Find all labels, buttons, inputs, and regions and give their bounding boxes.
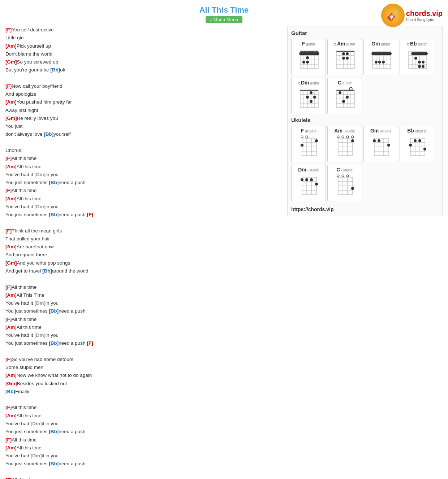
chord-C-guitar[interactable]: Cguitar bbox=[327, 78, 362, 114]
ukulele-section-title: Ukulele bbox=[291, 117, 439, 123]
lyrics-line: [Am]All this time bbox=[5, 444, 282, 452]
lyrics-line: You've had it [Dm]in you bbox=[5, 203, 282, 211]
guitar-chord-row-2: x Dmguitar bbox=[291, 78, 439, 114]
ukulele-chord-row-1: Fukulele bbox=[291, 126, 439, 162]
svg-point-30 bbox=[342, 52, 345, 55]
svg-point-162 bbox=[387, 144, 390, 147]
svg-point-128 bbox=[315, 139, 318, 142]
svg-point-127 bbox=[301, 144, 303, 147]
svg-point-193 bbox=[305, 178, 308, 181]
svg-point-146 bbox=[351, 139, 354, 142]
chord-Am-guitar[interactable]: x Amguitar bbox=[327, 39, 362, 75]
svg-point-72 bbox=[418, 65, 421, 68]
lyrics-line bbox=[5, 275, 282, 283]
lyrics-line bbox=[5, 74, 282, 82]
logo-area: 🎸 chords.vip Chord Song Lyric bbox=[381, 4, 443, 27]
page-title: All This Time bbox=[5, 5, 443, 15]
lyrics-line: [F]All this time bbox=[5, 476, 282, 479]
lyrics-line: You've had it [Dm]in you bbox=[5, 331, 282, 339]
lyrics-line: You just sometimes [Bb]need a push bbox=[5, 307, 282, 315]
lyrics-line: [F]All this time bbox=[5, 154, 282, 162]
chord-Gm-ukulele[interactable]: Gmukulele 1f bbox=[363, 126, 398, 162]
svg-point-177 bbox=[418, 139, 421, 142]
chord-F-ukulele[interactable]: Fukulele bbox=[291, 126, 326, 162]
svg-point-179 bbox=[423, 148, 426, 151]
svg-point-32 bbox=[346, 57, 349, 60]
lyrics-line: You just bbox=[5, 122, 282, 130]
lyrics-line: [F]All this time bbox=[5, 315, 282, 323]
svg-point-13 bbox=[302, 61, 305, 64]
lyrics-column: [F]You self destructiveLittle girl[Am]Pi… bbox=[5, 26, 282, 479]
page-title-area: All This Time ♪ Maria Mena bbox=[5, 4, 443, 22]
lyrics-line: You just sometimes [Bb]need a push bbox=[5, 179, 282, 187]
svg-point-210 bbox=[337, 175, 339, 177]
svg-point-12 bbox=[306, 56, 309, 59]
svg-point-126 bbox=[306, 136, 308, 138]
svg-point-89 bbox=[310, 91, 313, 94]
svg-point-195 bbox=[301, 178, 303, 181]
lyrics-line: [Am]All this time bbox=[5, 412, 282, 420]
chord-C-ukulele[interactable]: Cukulele bbox=[327, 165, 362, 201]
lyrics-line: [Bb]Finally bbox=[5, 388, 282, 396]
svg-point-92 bbox=[310, 100, 313, 103]
panel-website[interactable]: https://chords.vip bbox=[291, 204, 439, 212]
lyrics-line: You've had it [Dm]in you bbox=[5, 299, 282, 307]
lyrics-line: [F]All this time bbox=[5, 404, 282, 411]
lyrics-line: [Am]Pick yourself up bbox=[5, 42, 282, 50]
svg-point-211 bbox=[342, 175, 344, 177]
chord-Bb-guitar[interactable]: x Bbguitar bbox=[400, 39, 434, 75]
svg-point-111 bbox=[342, 100, 345, 103]
guitar-chord-row-1: Fguitar bbox=[291, 39, 439, 75]
svg-point-50 bbox=[375, 61, 378, 64]
lyrics-line: [Gm]He really loves you bbox=[5, 114, 282, 122]
lyrics-line: [Am]All this time bbox=[5, 323, 282, 331]
lyrics-line: [Am]All this time bbox=[5, 163, 282, 171]
lyrics-line: You just sometimes [Bb]need a push [F] bbox=[5, 339, 282, 347]
svg-point-69 bbox=[414, 57, 417, 60]
svg-point-213 bbox=[351, 187, 354, 190]
chord-Gm-guitar[interactable]: Gmguitar bbox=[363, 39, 398, 75]
lyrics-line: [Am]All This Time bbox=[5, 291, 282, 299]
svg-rect-49 bbox=[371, 52, 392, 55]
chord-Am-ukulele[interactable]: Amukulele bbox=[327, 126, 362, 162]
svg-point-142 bbox=[337, 136, 339, 138]
chords-panel: Guitar Fguitar bbox=[287, 26, 443, 216]
svg-point-71 bbox=[422, 61, 425, 64]
chord-Dm-ukulele[interactable]: Dmukulele bbox=[291, 165, 326, 201]
lyrics-line: [F]All this time bbox=[5, 187, 282, 195]
svg-point-143 bbox=[342, 136, 344, 138]
lyrics-line: [Am]All this time bbox=[5, 195, 282, 203]
lyrics-line: [F]You self destructive bbox=[5, 26, 282, 34]
logo-brand: chords.vip bbox=[406, 9, 443, 18]
artist-badge[interactable]: ♪ Maria Mena bbox=[206, 16, 243, 23]
lyrics-line: You just sometimes [Bb]need a push bbox=[5, 428, 282, 436]
svg-point-109 bbox=[339, 91, 341, 94]
lyrics-line: That pulled your hair bbox=[5, 235, 282, 243]
lyrics-line: And get to travel [Bb]around the world bbox=[5, 267, 282, 275]
svg-point-73 bbox=[422, 65, 425, 68]
chord-Dm-guitar[interactable]: x Dmguitar bbox=[291, 78, 326, 114]
lyrics-line: And apologize bbox=[5, 90, 282, 98]
svg-point-125 bbox=[301, 136, 303, 138]
svg-point-145 bbox=[352, 136, 354, 138]
chord-F-guitar[interactable]: Fguitar bbox=[291, 39, 326, 75]
guitar-section-title: Guitar bbox=[291, 30, 439, 36]
lyrics-line: [Am]Are barefoot now bbox=[5, 243, 282, 251]
lyrics-line bbox=[5, 396, 282, 404]
svg-point-91 bbox=[313, 96, 316, 99]
lyrics-line: But you're gonna be [Bb]ok bbox=[5, 66, 282, 74]
svg-point-90 bbox=[306, 96, 309, 99]
svg-point-51 bbox=[378, 61, 381, 64]
lyrics-line: [Gm]Besides you lucked out bbox=[5, 380, 282, 388]
chord-Bb-ukulele[interactable]: Bbukulele bbox=[400, 126, 434, 162]
svg-point-178 bbox=[409, 144, 412, 147]
lyrics-line: Chorus: bbox=[5, 147, 282, 154]
svg-point-33 bbox=[342, 57, 345, 60]
lyrics-line: And pregnant there bbox=[5, 251, 282, 259]
svg-point-52 bbox=[382, 61, 385, 64]
main-layout: [F]You self destructiveLittle girl[Am]Pi… bbox=[5, 26, 443, 479]
logo-sub: Chord Song Lyric bbox=[406, 18, 443, 22]
ukulele-chord-row-2: Dmukulele bbox=[291, 165, 439, 201]
lyrics-line: You've had it [Dm]in you bbox=[5, 171, 282, 179]
lyrics-line: You just sometimes [Bb]need a push [F] bbox=[5, 211, 282, 219]
